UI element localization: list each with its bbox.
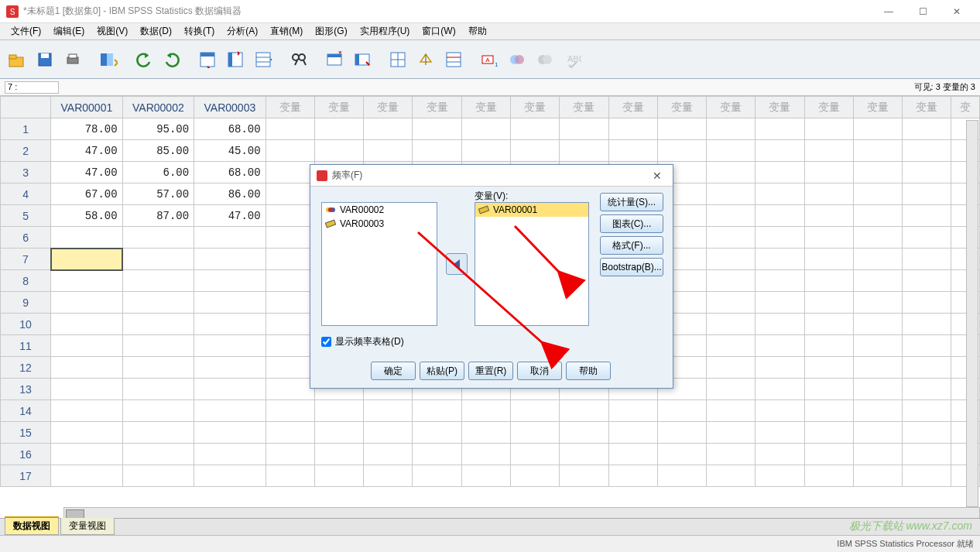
empty-cell[interactable] bbox=[461, 118, 510, 140]
empty-cell[interactable] bbox=[804, 270, 853, 292]
column-header-1[interactable]: VAR00002 bbox=[122, 97, 194, 118]
empty-cell[interactable] bbox=[364, 465, 413, 487]
empty-cell[interactable] bbox=[194, 270, 266, 292]
empty-cell[interactable] bbox=[804, 335, 853, 357]
empty-cell[interactable] bbox=[122, 422, 194, 444]
empty-cell[interactable] bbox=[194, 227, 266, 249]
menu-item-8[interactable]: 实用程序(U) bbox=[354, 23, 416, 39]
row-header[interactable]: 16 bbox=[1, 444, 51, 465]
empty-cell[interactable] bbox=[804, 379, 853, 400]
empty-cell[interactable] bbox=[804, 444, 853, 465]
column-header-2[interactable]: VAR00003 bbox=[194, 97, 266, 118]
weight-icon[interactable] bbox=[413, 47, 438, 72]
empty-cell[interactable] bbox=[804, 249, 853, 270]
empty-column-header[interactable]: 变量 bbox=[903, 97, 951, 118]
empty-cell[interactable] bbox=[903, 249, 951, 270]
empty-cell[interactable] bbox=[804, 183, 853, 205]
empty-cell[interactable] bbox=[364, 140, 413, 162]
maximize-button[interactable]: ☐ bbox=[906, 1, 940, 22]
empty-cell[interactable] bbox=[266, 249, 314, 270]
empty-cell[interactable] bbox=[707, 140, 756, 162]
show-all-icon[interactable] bbox=[533, 47, 557, 72]
empty-cell[interactable] bbox=[461, 140, 510, 162]
source-variable-list[interactable]: VAR00002VAR00003 bbox=[321, 202, 437, 326]
empty-cell[interactable] bbox=[707, 292, 756, 314]
empty-cell[interactable] bbox=[853, 379, 902, 400]
row-header[interactable]: 9 bbox=[1, 292, 51, 314]
empty-cell[interactable] bbox=[707, 118, 756, 140]
empty-cell[interactable] bbox=[903, 205, 951, 227]
minimize-button[interactable]: — bbox=[872, 1, 906, 22]
select-cases-icon[interactable] bbox=[441, 47, 466, 72]
empty-cell[interactable] bbox=[707, 379, 756, 400]
empty-cell[interactable] bbox=[266, 444, 314, 465]
empty-cell[interactable] bbox=[903, 270, 951, 292]
empty-cell[interactable] bbox=[756, 205, 804, 227]
row-header[interactable]: 11 bbox=[1, 335, 51, 357]
empty-cell[interactable] bbox=[707, 465, 756, 487]
data-cell[interactable]: 45.00 bbox=[194, 140, 266, 162]
empty-cell[interactable] bbox=[853, 140, 902, 162]
row-header[interactable]: 8 bbox=[1, 270, 51, 292]
data-cell[interactable]: 57.00 bbox=[122, 183, 194, 205]
empty-cell[interactable] bbox=[51, 249, 123, 270]
value-labels-icon[interactable]: A1 bbox=[477, 47, 502, 72]
empty-cell[interactable] bbox=[364, 118, 413, 140]
vertical-scrollbar[interactable] bbox=[966, 120, 978, 507]
charts-button[interactable]: 图表(C)... bbox=[600, 214, 663, 233]
empty-column-header[interactable]: 变量 bbox=[707, 97, 756, 118]
row-header[interactable]: 1 bbox=[1, 118, 51, 140]
empty-cell[interactable] bbox=[510, 444, 559, 465]
statistics-button[interactable]: 统计量(S)... bbox=[600, 193, 663, 211]
empty-cell[interactable] bbox=[608, 422, 657, 444]
empty-cell[interactable] bbox=[853, 465, 902, 487]
menu-item-0[interactable]: 文件(F) bbox=[5, 23, 47, 39]
empty-cell[interactable] bbox=[413, 444, 461, 465]
empty-cell[interactable] bbox=[413, 140, 461, 162]
recall-icon[interactable] bbox=[96, 47, 121, 72]
empty-cell[interactable] bbox=[903, 227, 951, 249]
empty-cell[interactable] bbox=[266, 140, 314, 162]
empty-cell[interactable] bbox=[903, 292, 951, 314]
empty-cell[interactable] bbox=[122, 465, 194, 487]
empty-cell[interactable] bbox=[657, 422, 706, 444]
empty-column-header[interactable]: 变量 bbox=[461, 97, 510, 118]
empty-cell[interactable] bbox=[364, 400, 413, 422]
open-icon[interactable] bbox=[5, 47, 29, 72]
empty-cell[interactable] bbox=[853, 227, 902, 249]
empty-cell[interactable] bbox=[608, 465, 657, 487]
empty-cell[interactable] bbox=[266, 205, 314, 227]
empty-column-header[interactable]: 变量 bbox=[314, 97, 363, 118]
empty-cell[interactable] bbox=[560, 444, 608, 465]
source-var-item[interactable]: VAR00003 bbox=[322, 217, 437, 231]
empty-cell[interactable] bbox=[707, 183, 756, 205]
empty-cell[interactable] bbox=[122, 444, 194, 465]
empty-cell[interactable] bbox=[266, 335, 314, 357]
empty-cell[interactable] bbox=[903, 314, 951, 335]
show-table-checkbox[interactable] bbox=[321, 337, 331, 347]
empty-cell[interactable] bbox=[266, 227, 314, 249]
tab-data-view[interactable]: 数据视图 bbox=[5, 516, 59, 535]
data-cell[interactable]: 68.00 bbox=[194, 162, 266, 183]
split-file-icon[interactable] bbox=[385, 47, 410, 72]
row-header[interactable]: 3 bbox=[1, 162, 51, 183]
empty-cell[interactable] bbox=[608, 444, 657, 465]
empty-cell[interactable] bbox=[707, 400, 756, 422]
empty-column-header[interactable]: 变量 bbox=[853, 97, 902, 118]
row-header[interactable]: 13 bbox=[1, 379, 51, 400]
empty-cell[interactable] bbox=[804, 162, 853, 183]
empty-cell[interactable] bbox=[903, 140, 951, 162]
empty-cell[interactable] bbox=[194, 444, 266, 465]
row-header[interactable]: 12 bbox=[1, 357, 51, 379]
data-cell[interactable]: 58.00 bbox=[51, 205, 123, 227]
data-cell[interactable]: 86.00 bbox=[194, 183, 266, 205]
empty-cell[interactable] bbox=[194, 292, 266, 314]
empty-cell[interactable] bbox=[853, 249, 902, 270]
empty-cell[interactable] bbox=[853, 270, 902, 292]
empty-cell[interactable] bbox=[903, 400, 951, 422]
empty-cell[interactable] bbox=[853, 118, 902, 140]
empty-cell[interactable] bbox=[707, 335, 756, 357]
empty-cell[interactable] bbox=[122, 379, 194, 400]
empty-cell[interactable] bbox=[314, 118, 363, 140]
empty-cell[interactable] bbox=[266, 118, 314, 140]
